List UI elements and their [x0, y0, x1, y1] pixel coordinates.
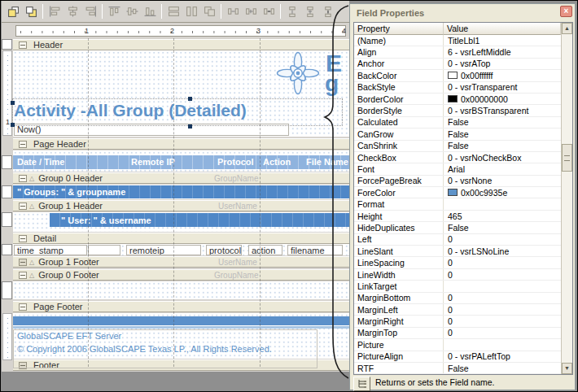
property-row[interactable]: RTFFalse [354, 363, 561, 374]
column-header[interactable]: File Name [306, 157, 348, 167]
scroll-down-icon[interactable]: ▼ [562, 363, 572, 374]
property-name[interactable]: MarginLeft [354, 304, 444, 315]
decrease-vertical-spacing-icon[interactable] [302, 3, 318, 20]
property-name[interactable]: MarginTop [354, 328, 444, 338]
property-row[interactable]: BorderStyle0 - vsrBSTransparent [354, 105, 561, 116]
property-name[interactable]: PictureAlign [354, 351, 444, 362]
band-group1-footer[interactable]: △ Group 1 Footer UserName [13, 256, 349, 268]
increase-vertical-spacing-icon[interactable] [320, 3, 336, 20]
property-value[interactable]: 0 [444, 328, 561, 338]
property-value[interactable]: 0 [444, 316, 561, 326]
column-header[interactable]: Protocol [217, 157, 254, 167]
property-name[interactable]: LineSlant [354, 246, 444, 256]
property-name[interactable]: Align [354, 46, 444, 57]
selection-handle[interactable] [11, 123, 15, 127]
property-value[interactable]: False [444, 141, 561, 150]
column-header[interactable]: Date / Time [17, 157, 65, 167]
property-value[interactable]: TitleLbl1 [444, 36, 561, 46]
property-value[interactable]: 0 - vsrNoCheckBox [444, 153, 561, 163]
make-same-size-icon[interactable] [201, 3, 217, 20]
selection-handle[interactable] [188, 124, 192, 128]
property-row[interactable]: FontArial [354, 163, 561, 175]
property-name[interactable]: Font [354, 163, 444, 174]
row-selector[interactable] [2, 212, 12, 227]
property-row[interactable]: LineSpacing0 [354, 257, 561, 268]
property-row[interactable]: CalculatedFalse [354, 117, 561, 128]
align-right-icon[interactable] [82, 3, 99, 20]
property-row[interactable]: Anchor0 - vsrATop [354, 59, 561, 70]
collapse-icon[interactable] [19, 175, 27, 182]
property-row[interactable]: MarginRight0 [354, 316, 561, 327]
space-down-icon[interactable] [284, 3, 300, 20]
property-row[interactable]: HideDuplicatesFalse [354, 222, 561, 233]
property-column-header[interactable]: Property [354, 23, 444, 35]
close-icon[interactable]: × [560, 6, 572, 17]
panel-title-bar[interactable]: Field Properties [352, 6, 573, 20]
space-across-icon[interactable] [225, 3, 241, 20]
align-center-icon[interactable] [64, 3, 81, 20]
property-name[interactable]: HideDuplicates [354, 222, 444, 233]
property-value[interactable]: 0 [444, 234, 561, 244]
property-value[interactable]: 0x00ffffff [444, 71, 561, 81]
property-value[interactable]: 0 [444, 258, 561, 268]
band-group0-header[interactable]: △ Group 0 Header GroupName [13, 172, 349, 184]
property-name[interactable]: CanShrink [354, 141, 444, 151]
property-row[interactable]: CheckBox0 - vsrNoCheckBox [354, 152, 561, 163]
property-row[interactable]: LineSlant0 - vsrLSNoLine [354, 246, 561, 257]
detail-field[interactable]: protocol [206, 245, 242, 255]
property-name[interactable]: LineSpacing [354, 257, 444, 268]
property-value[interactable]: 0 [444, 270, 561, 280]
property-row[interactable]: Format [354, 198, 561, 210]
property-value[interactable]: False [444, 117, 561, 127]
property-name[interactable]: ForcePageBreak [354, 176, 444, 186]
property-value[interactable]: False [444, 364, 561, 373]
property-name[interactable]: MarginBottom [354, 293, 444, 303]
property-name[interactable]: LinkTarget [354, 281, 444, 291]
property-row[interactable]: Height465 [354, 211, 561, 222]
report-title-label[interactable]: Activity -All Group (Detailed) [14, 101, 247, 120]
property-row[interactable]: Align6 - vsrLeftMiddle [354, 46, 561, 58]
property-value[interactable]: 0 - vsrBSTransparent [444, 106, 561, 115]
property-name[interactable]: Picture [354, 339, 444, 350]
detail-field[interactable]: remoteip [126, 245, 201, 255]
property-row[interactable]: ForcePageBreak0 - vsrNone [354, 176, 561, 187]
align-top-icon[interactable] [106, 3, 122, 20]
property-name[interactable]: BorderStyle [354, 105, 444, 115]
property-name[interactable]: ForeColor [354, 187, 444, 198]
property-name[interactable]: CanGrow [354, 128, 444, 139]
footer-line1[interactable]: GlobalSCAPE EFT Server [17, 331, 121, 341]
property-value[interactable]: 0 - vsrLSNoLine [444, 246, 561, 256]
collapse-icon[interactable] [19, 141, 27, 148]
group1-expression-bar[interactable]: " User: " & username [50, 213, 349, 227]
property-row[interactable]: BorderColor0x00000000 [354, 94, 561, 105]
property-row[interactable]: ForeColor0x00c9935e [354, 187, 561, 198]
selection-handle[interactable] [11, 101, 15, 105]
property-row[interactable]: LineWidth0 [354, 269, 561, 281]
row-selector[interactable] [2, 244, 12, 255]
property-row[interactable]: MarginLeft0 [354, 304, 561, 316]
collapse-icon[interactable] [19, 272, 27, 279]
property-name[interactable]: (Name) [354, 35, 444, 46]
property-name[interactable]: Height [354, 211, 444, 221]
property-row[interactable]: PictureAlign0 - vsrPALeftTop [354, 351, 561, 363]
row-selector[interactable] [2, 281, 12, 299]
row-selector[interactable] [2, 155, 12, 169]
property-value[interactable]: 0 - vsrNone [444, 176, 561, 185]
property-row[interactable]: MarginBottom0 [354, 293, 561, 304]
property-row[interactable]: CanGrowFalse [354, 128, 561, 140]
send-to-back-icon[interactable] [23, 3, 39, 20]
property-name[interactable]: BackStyle [354, 82, 444, 93]
collapse-icon[interactable] [19, 303, 27, 311]
property-value[interactable]: 0 - vsrATop [444, 59, 561, 68]
section-selector[interactable] [2, 39, 12, 50]
property-value[interactable]: False [444, 129, 561, 139]
property-name[interactable]: RTF [354, 363, 444, 373]
band-page-footer[interactable]: Page Footer [13, 301, 349, 312]
property-row[interactable]: LinkTarget [354, 281, 561, 292]
column-header[interactable]: Remote IP [131, 157, 175, 167]
property-value[interactable]: 0 - vsrPALeftTop [444, 351, 561, 361]
collapse-icon[interactable] [19, 259, 27, 266]
property-value[interactable]: 0 [444, 293, 561, 303]
align-middle-icon[interactable] [124, 3, 140, 20]
make-same-height-icon[interactable] [183, 3, 199, 20]
